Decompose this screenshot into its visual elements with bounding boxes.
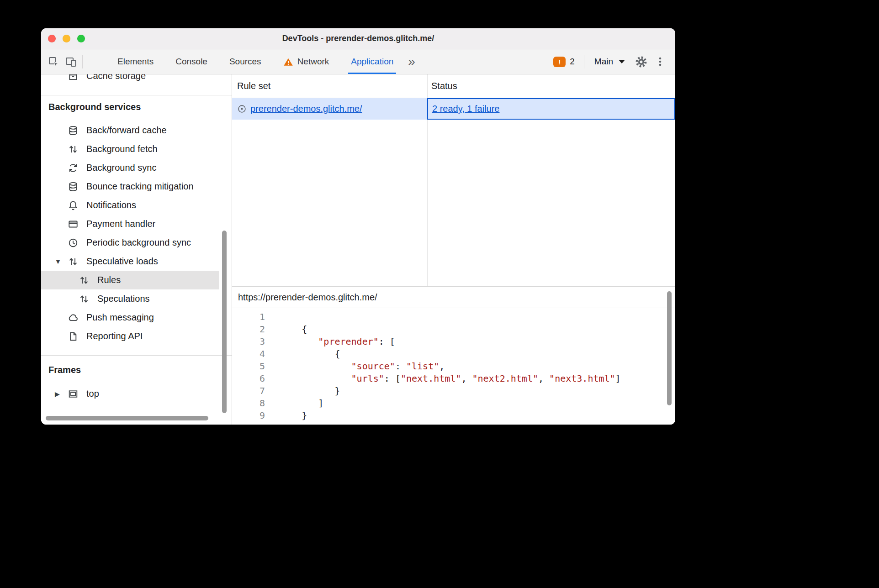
triangle-down-icon[interactable]: ▼ [55,258,61,265]
cache-storage-icon [68,74,79,82]
string-token: "urls" [351,373,384,384]
device-toolbar-button[interactable] [62,49,79,74]
code-text: "source": "list", [265,360,445,373]
window-title: DevTools - prerender-demos.glitch.me/ [282,34,434,43]
network-warning-icon [283,57,293,67]
tab-application[interactable]: Application [340,49,404,74]
settings-button[interactable] [631,55,651,68]
rule-set-icon [237,104,247,114]
code-token: : [ [384,373,401,384]
sidebar-item-cache-storage[interactable]: Cache storage [41,74,232,85]
code-token: } [274,385,340,396]
sidebar-horizontal-scrollbar[interactable] [46,416,208,420]
code-token: } [274,410,307,421]
string-token: "next.html" [401,373,461,384]
tab-console[interactable]: Console [164,49,218,74]
tab-label: Console [175,57,207,67]
section-title-background-services: Background services [41,95,232,118]
updown-icon [68,256,79,267]
tab-network[interactable]: Network [272,49,340,74]
code-text: { [265,323,307,336]
rule-set-table-row[interactable]: prerender-demos.glitch.me/ 2 ready, 1 fa… [232,98,675,120]
sidebar-item-label: Background fetch [86,144,158,154]
execution-context-selector[interactable]: Main [586,57,631,67]
code-token: , [538,373,549,384]
devtools-toolbar: ElementsConsoleSourcesNetworkApplication… [41,49,675,74]
frame-icon [68,388,79,399]
sidebar-item-background-sync[interactable]: Background sync [41,158,232,177]
sidebar-item-label: Bounce tracking mitigation [86,181,194,192]
traffic-lights [48,35,85,42]
table-header-row: Rule set Status [232,74,675,98]
code-text [265,311,274,323]
column-header-status: Status [427,81,675,91]
sidebar-item-label: Periodic background sync [86,237,191,248]
code-token: ] [274,398,323,409]
panel-tabs: ElementsConsoleSourcesNetworkApplication [106,49,404,74]
string-token: "next2.html" [472,373,539,384]
sidebar-item-label: Notifications [86,200,136,210]
tab-sources[interactable]: Sources [218,49,272,74]
sidebar-item-rules[interactable]: Rules [41,271,219,289]
updown-icon [68,144,79,155]
main-menu-button[interactable] [651,56,670,68]
section-title-frames: Frames [41,356,232,381]
sidebar-item-speculations[interactable]: Speculations [41,289,232,308]
triangle-right-icon[interactable]: ▶ [55,390,60,398]
sidebar-item-label: Push messaging [86,312,154,323]
code-token: , [461,373,472,384]
sidebar-item-label: Rules [97,275,121,285]
titlebar[interactable]: DevTools - prerender-demos.glitch.me/ [41,28,675,49]
sidebar-vertical-scrollbar[interactable] [222,231,227,413]
device-toolbar-icon [65,56,77,68]
sidebar-item-label: Background sync [86,163,156,173]
sidebar-item-bounce-tracking-mitigation[interactable]: Bounce tracking mitigation [41,177,232,196]
string-token: "source" [351,361,395,372]
code-line: 8 ] [232,397,675,410]
toolbar-right-cluster: ! 2 Main [553,49,675,74]
close-button[interactable] [48,35,56,42]
clock-icon [68,237,79,248]
code-token: , [439,361,445,372]
sidebar-item-notifications[interactable]: Notifications [41,196,232,215]
sidebar-item-reporting-api[interactable]: Reporting API [41,327,232,346]
more-tabs-button[interactable]: » [404,49,419,74]
line-number: 4 [232,348,265,360]
updown-icon [79,294,90,304]
desktop-background: { "window": { "title": "DevTools - prere… [0,0,879,588]
code-text: } [265,385,340,397]
double-chevron-icon: » [408,54,415,69]
background-services-list: Back/forward cacheBackground fetchBackgr… [41,121,232,346]
code-line: 9 } [232,410,675,422]
sidebar-item-push-messaging[interactable]: Push messaging [41,308,232,327]
code-line: 4 { [232,348,675,360]
preview-vertical-scrollbar[interactable] [667,291,672,405]
rule-set-cell[interactable]: prerender-demos.glitch.me/ [232,98,427,120]
code-text: "urls": ["next.html", "next2.html", "nex… [265,373,621,385]
code-line: 7 } [232,385,675,397]
status-cell[interactable]: 2 ready, 1 failure [427,98,675,120]
zoom-button[interactable] [77,35,85,42]
sidebar-item-background-fetch[interactable]: Background fetch [41,140,232,158]
tab-label: Sources [229,57,261,67]
devtools-window: DevTools - prerender-demos.glitch.me/ El… [41,28,675,425]
code-token: ] [615,373,621,384]
string-token: "list" [406,361,439,372]
minimize-button[interactable] [63,35,70,42]
sidebar-item-speculative-loads[interactable]: ▼Speculative loads [41,252,232,271]
database-icon [68,181,79,192]
inspect-element-button[interactable] [45,49,62,74]
issues-counter-button[interactable]: ! 2 [553,57,575,67]
line-number: 8 [232,397,265,410]
rule-set-link[interactable]: prerender-demos.glitch.me/ [250,104,362,114]
inspect-cursor-icon [48,56,60,68]
status-link[interactable]: 2 ready, 1 failure [432,104,500,114]
toolbar-separator [584,55,584,68]
sidebar-item-back-forward-cache[interactable]: Back/forward cache [41,121,232,140]
sidebar-item-top[interactable]: ▶top [41,384,232,403]
sidebar-item-payment-handler[interactable]: Payment handler [41,215,232,233]
code-line: 6 "urls": ["next.html", "next2.html", "n… [232,373,675,385]
tab-elements[interactable]: Elements [106,49,164,74]
string-token: "next3.html" [549,373,615,384]
sidebar-item-periodic-background-sync[interactable]: Periodic background sync [41,233,232,252]
